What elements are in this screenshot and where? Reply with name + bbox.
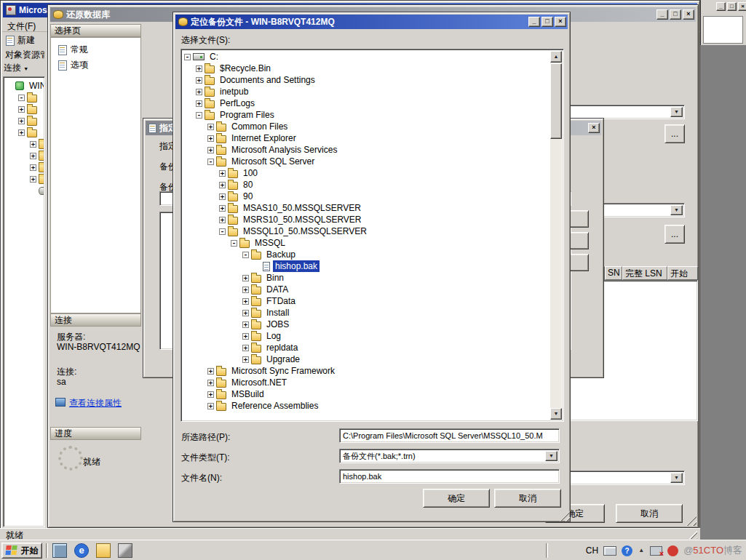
tree-item[interactable]: +Binn bbox=[183, 272, 549, 284]
tree-item[interactable]: + bbox=[5, 115, 44, 127]
collapse-toggle[interactable]: - bbox=[184, 54, 191, 60]
tree-item[interactable]: +MSBuild bbox=[183, 388, 549, 400]
management-studio-icon[interactable] bbox=[118, 543, 132, 558]
expand-toggle[interactable]: + bbox=[219, 205, 226, 212]
tree-item[interactable]: -Microsoft SQL Server bbox=[183, 156, 549, 167]
tree-item[interactable]: +Common Files bbox=[183, 121, 549, 132]
tree-item[interactable]: + bbox=[5, 173, 44, 185]
dropdown-arrow-icon[interactable]: ▼ bbox=[670, 473, 683, 483]
tree-item[interactable]: +$Recycle.Bin bbox=[183, 63, 549, 74]
minimize-button[interactable]: _ bbox=[528, 17, 540, 27]
show-hidden-icons-icon[interactable] bbox=[638, 547, 645, 554]
tree-item[interactable]: +Internet Explorer bbox=[183, 132, 549, 144]
restore-cancel-button[interactable]: 取消 bbox=[616, 504, 683, 523]
scroll-up-button[interactable]: ▲ bbox=[550, 51, 562, 63]
dropdown-arrow-icon[interactable]: ▼ bbox=[545, 451, 557, 461]
expand-toggle[interactable]: + bbox=[242, 275, 249, 281]
expand-toggle[interactable]: + bbox=[18, 106, 25, 113]
expand-toggle[interactable]: + bbox=[207, 368, 214, 375]
new-query-button[interactable]: 新建 bbox=[2, 33, 39, 48]
tree-item[interactable]: -Backup bbox=[183, 249, 549, 260]
tree-item[interactable]: +Upgrade bbox=[183, 353, 549, 365]
expand-toggle[interactable]: + bbox=[219, 182, 226, 188]
outer-maximize-button[interactable]: □ bbox=[727, 2, 737, 11]
tree-item[interactable]: +90 bbox=[183, 191, 549, 202]
expand-toggle[interactable]: + bbox=[207, 380, 214, 386]
file-tree[interactable]: -C:+$Recycle.Bin+Documents and Settings+… bbox=[180, 49, 564, 422]
expand-toggle[interactable]: + bbox=[30, 141, 36, 148]
expand-toggle[interactable]: + bbox=[18, 118, 25, 124]
outer-close-button[interactable]: × bbox=[738, 2, 746, 11]
tree-item[interactable]: +Microsoft Analysis Services bbox=[183, 144, 549, 156]
tree-item[interactable]: +FTData bbox=[183, 295, 549, 307]
help-icon[interactable] bbox=[622, 545, 632, 556]
tree-item[interactable]: -MSSQL bbox=[183, 237, 549, 249]
tree-item[interactable]: +Documents and Settings bbox=[183, 74, 549, 86]
expand-toggle[interactable]: + bbox=[207, 391, 214, 398]
page-item-general[interactable]: 常规 bbox=[51, 42, 140, 57]
close-button[interactable]: × bbox=[588, 123, 600, 133]
tree-item[interactable]: +JOBS bbox=[183, 319, 549, 330]
dropdown-arrow-icon[interactable]: ▼ bbox=[670, 205, 683, 215]
resize-grip[interactable] bbox=[560, 511, 570, 521]
expand-toggle[interactable]: + bbox=[219, 193, 226, 200]
tree-item[interactable]: +100 bbox=[183, 167, 549, 179]
expand-toggle[interactable]: + bbox=[18, 129, 25, 136]
collapse-toggle[interactable]: - bbox=[219, 228, 226, 235]
dropdown-arrow-icon[interactable]: ▼ bbox=[670, 107, 683, 117]
tree-item[interactable]: +inetpub bbox=[183, 86, 549, 97]
tree-item[interactable]: - bbox=[5, 92, 44, 103]
tree-item[interactable]: -MSSQL10_50.MSSQLSERVER bbox=[183, 225, 549, 237]
minimize-button[interactable]: _ bbox=[656, 9, 668, 20]
tree-item[interactable]: +80 bbox=[183, 179, 549, 191]
explorer-folder-icon[interactable] bbox=[96, 543, 111, 558]
network-error-icon[interactable] bbox=[650, 546, 662, 556]
cancel-button[interactable]: 取消 bbox=[494, 489, 561, 508]
tree-item[interactable]: + bbox=[5, 138, 44, 150]
window-resize-grip[interactable] bbox=[689, 530, 697, 539]
start-button[interactable]: 开始 bbox=[1, 543, 42, 559]
collapse-toggle[interactable]: - bbox=[18, 95, 25, 101]
tree-item[interactable]: +Microsoft Sync Framework bbox=[183, 365, 549, 377]
expand-toggle[interactable]: + bbox=[242, 321, 249, 328]
tree-item[interactable]: +Log bbox=[183, 330, 549, 342]
tree-item[interactable]: + bbox=[5, 161, 44, 173]
tree-item[interactable]: WIN bbox=[5, 80, 44, 92]
vertical-scrollbar[interactable]: ▲ ▼ bbox=[550, 51, 562, 420]
object-explorer-tree[interactable]: WIN-+++++++ bbox=[3, 76, 45, 527]
collapse-toggle[interactable]: - bbox=[207, 159, 214, 165]
tree-item[interactable]: +MSRS10_50.MSSQLSERVER bbox=[183, 214, 549, 225]
internet-explorer-icon[interactable] bbox=[74, 543, 89, 558]
expand-toggle[interactable]: + bbox=[196, 89, 202, 95]
close-button[interactable]: × bbox=[555, 17, 566, 27]
tree-item[interactable]: hishop.bak bbox=[183, 260, 549, 272]
show-desktop-icon[interactable] bbox=[52, 543, 67, 558]
collapse-toggle[interactable]: - bbox=[231, 240, 237, 247]
expand-toggle[interactable]: + bbox=[30, 176, 36, 183]
expand-toggle[interactable]: + bbox=[196, 77, 202, 84]
expand-toggle[interactable]: + bbox=[207, 135, 214, 142]
tree-item[interactable] bbox=[5, 185, 44, 196]
keyboard-icon[interactable] bbox=[603, 546, 616, 556]
collapse-toggle[interactable]: - bbox=[242, 252, 249, 258]
file-name-field[interactable]: hishop.bak bbox=[339, 469, 560, 484]
outer-minimize-button[interactable]: _ bbox=[716, 2, 726, 11]
expand-toggle[interactable]: + bbox=[196, 100, 202, 107]
tree-item[interactable]: + bbox=[5, 127, 44, 138]
expand-toggle[interactable]: + bbox=[30, 153, 36, 159]
tree-item[interactable]: +DATA bbox=[183, 284, 549, 295]
expand-toggle[interactable]: + bbox=[242, 287, 249, 293]
expand-toggle[interactable]: + bbox=[219, 217, 226, 223]
scroll-down-button[interactable]: ▼ bbox=[550, 408, 562, 420]
browse-button-middle[interactable]: ... bbox=[664, 225, 685, 244]
maximize-button[interactable]: □ bbox=[670, 9, 681, 20]
tree-item[interactable]: +Reference Assemblies bbox=[183, 400, 549, 412]
connect-button[interactable]: 连接 ▼ bbox=[4, 63, 28, 73]
language-indicator[interactable]: CH bbox=[586, 545, 598, 556]
collapse-toggle[interactable]: - bbox=[196, 112, 202, 119]
tree-item[interactable]: -C: bbox=[183, 51, 549, 63]
tree-item[interactable]: +MSAS10_50.MSSQLSERVER bbox=[183, 202, 549, 214]
expand-toggle[interactable]: + bbox=[242, 345, 249, 351]
expand-toggle[interactable]: + bbox=[207, 403, 214, 409]
tree-item[interactable]: +PerfLogs bbox=[183, 97, 549, 109]
